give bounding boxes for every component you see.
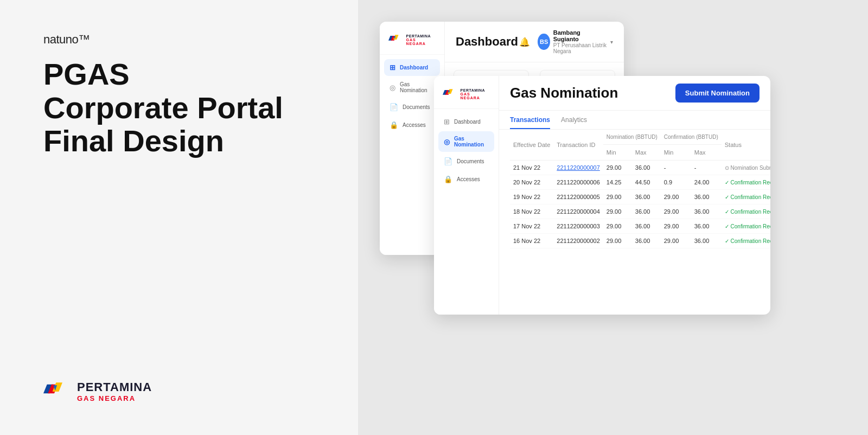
cell-nom-max-0: 36.00 xyxy=(632,161,661,175)
cell-id-4: 2211220000003 xyxy=(553,219,603,234)
nomination-tabs: Transactions Analytics xyxy=(499,111,770,130)
bottom-logo-area: PERTAMINA GAS NEGARA xyxy=(43,380,315,402)
cell-conf-min-1: 0.9 xyxy=(661,175,691,190)
main-heading: PGAS Corporate Portal Final Design xyxy=(43,57,315,158)
nom-accesses-icon: 🔒 xyxy=(444,175,452,183)
user-company: PT Perusahaan Listrik Negara xyxy=(553,42,607,54)
left-panel: natuno™ PGAS Corporate Portal Final Desi… xyxy=(0,0,358,435)
nom-sidebar-gas-nomination[interactable]: ◎ Gas Nomination xyxy=(438,131,494,152)
cell-date-4: 17 Nov 22 xyxy=(510,219,553,234)
cell-nom-min-3: 29.00 xyxy=(603,204,632,219)
table-row: 19 Nov 22221122000000529.0036.0029.0036.… xyxy=(510,190,770,204)
accesses-icon: 🔒 xyxy=(390,121,398,129)
col-confirmation-group: Confirmation (BBTUD) xyxy=(661,130,722,145)
cell-nom-min-2: 29.00 xyxy=(603,190,632,204)
right-panel: PERTAMINA GAS NEGARA ⊞ Dashboard ◎ Gas xyxy=(358,0,868,435)
user-avatar: BS xyxy=(538,34,550,50)
sidebar-item-accesses[interactable]: 🔒 Accesses xyxy=(384,117,440,133)
cell-status-1: ✓ Confirmation Received xyxy=(722,175,770,190)
status-badge-5: ✓ Confirmation Received xyxy=(725,238,770,244)
dashboard-icon: ⊞ xyxy=(390,63,395,72)
cell-date-2: 19 Nov 22 xyxy=(510,190,553,204)
cell-nom-min-4: 29.00 xyxy=(603,219,632,234)
sidebar-item-documents[interactable]: 📄 Documents xyxy=(384,99,440,116)
tab-transactions[interactable]: Transactions xyxy=(510,116,550,129)
table-row: 20 Nov 22221122000000614.2544.500.924.00… xyxy=(510,175,770,190)
sidebar-item-dashboard[interactable]: ⊞ Dashboard xyxy=(384,59,440,76)
cell-date-3: 18 Nov 22 xyxy=(510,204,553,219)
table-row: 16 Nov 22221122000000229.0036.0029.0036.… xyxy=(510,234,770,248)
cell-status-4: ✓ Confirmation Received xyxy=(722,219,770,234)
cell-id-0: 2211220000007 xyxy=(553,161,603,175)
transactions-table: Effective Date Transaction ID Nomination… xyxy=(510,130,770,248)
submit-nomination-button[interactable]: Submit Nomination xyxy=(675,84,760,103)
cell-conf-max-3: 36.00 xyxy=(691,204,722,219)
sidebar-pertamina-icon xyxy=(388,34,403,46)
dashboard-page-title: Dashboard xyxy=(456,35,518,49)
dashboard-header: Dashboard 🔔 BS Bambang Sugianto PT Perus… xyxy=(445,22,624,62)
cell-conf-min-2: 29.00 xyxy=(661,190,691,204)
pertamina-logo-icon xyxy=(43,381,71,402)
cell-nom-max-4: 36.00 xyxy=(632,219,661,234)
nom-sidebar-logo: PERTAMINA GAS NEGARA xyxy=(434,81,499,109)
gas-nomination-icon: ◎ xyxy=(390,84,395,92)
nom-sidebar-dashboard[interactable]: ⊞ Dashboard xyxy=(438,113,494,130)
col-transaction-id: Transaction ID xyxy=(553,130,603,161)
col-nomination-group: Nomination (BBTUD) xyxy=(603,130,661,145)
cell-date-1: 20 Nov 22 xyxy=(510,175,553,190)
sidebar-item-gas-nomination[interactable]: ◎ Gas Nomination xyxy=(384,77,440,98)
cell-conf-max-2: 36.00 xyxy=(691,190,722,204)
col-effective-date: Effective Date xyxy=(510,130,553,161)
cell-conf-min-4: 29.00 xyxy=(661,219,691,234)
nom-sidebar-pertamina-icon xyxy=(443,88,457,100)
nom-docs-icon: 📄 xyxy=(444,157,452,165)
status-badge-0: ⊙ Nomination Submitted xyxy=(725,165,770,171)
transaction-link-0[interactable]: 2211220000007 xyxy=(557,164,600,171)
user-name: Bambang Sugianto xyxy=(553,29,607,42)
chevron-down-icon: ▾ xyxy=(610,39,613,45)
cell-nom-max-1: 44.50 xyxy=(632,175,661,190)
nom-gas-icon: ◎ xyxy=(444,138,450,146)
pertamina-text: PERTAMINA GAS NEGARA xyxy=(77,380,152,402)
cell-conf-min-3: 29.00 xyxy=(661,204,691,219)
nomination-nav: ⊞ Dashboard ◎ Gas Nomination 📄 Documents xyxy=(434,113,499,188)
table-row: 17 Nov 22221122000000329.0036.0029.0036.… xyxy=(510,219,770,234)
tab-analytics[interactable]: Analytics xyxy=(561,116,587,129)
gas-nomination-page-title: Gas Nomination xyxy=(510,85,618,101)
cell-conf-max-1: 24.00 xyxy=(691,175,722,190)
cell-date-0: 21 Nov 22 xyxy=(510,161,553,175)
documents-icon: 📄 xyxy=(390,103,398,111)
col-nom-max: Max xyxy=(632,145,661,161)
cell-conf-min-0: - xyxy=(661,161,691,175)
status-badge-2: ✓ Confirmation Received xyxy=(725,194,770,200)
natuno-logo: natuno™ xyxy=(43,33,315,47)
col-status: Status xyxy=(722,130,770,161)
nom-sidebar-documents[interactable]: 📄 Documents xyxy=(438,153,494,170)
nom-dashboard-icon: ⊞ xyxy=(444,118,450,126)
nom-sidebar-accesses[interactable]: 🔒 Accesses xyxy=(438,171,494,188)
cell-status-2: ✓ Confirmation Received xyxy=(722,190,770,204)
col-nom-min: Min xyxy=(603,145,632,161)
cell-id-3: 2211220000004 xyxy=(553,204,603,219)
cell-date-5: 16 Nov 22 xyxy=(510,234,553,248)
cell-conf-min-5: 29.00 xyxy=(661,234,691,248)
cell-status-5: ✓ Confirmation Received xyxy=(722,234,770,248)
cell-status-0: ⊙ Nomination Submitted xyxy=(722,161,770,175)
cell-conf-max-0: - xyxy=(691,161,722,175)
nomination-window: PERTAMINA GAS NEGARA ⊞ Dashboard ◎ Gas xyxy=(434,76,770,315)
status-badge-4: ✓ Confirmation Received xyxy=(725,223,770,229)
cell-id-5: 2211220000002 xyxy=(553,234,603,248)
cell-nom-max-2: 36.00 xyxy=(632,190,661,204)
col-conf-max: Max xyxy=(691,145,722,161)
notification-bell-icon[interactable]: 🔔 xyxy=(518,33,532,50)
user-info: Bambang Sugianto PT Perusahaan Listrik N… xyxy=(553,29,607,54)
cell-nom-min-5: 29.00 xyxy=(603,234,632,248)
table-body: 21 Nov 22221122000000729.0036.00--⊙ Nomi… xyxy=(510,161,770,248)
cell-conf-max-4: 36.00 xyxy=(691,219,722,234)
cell-nom-min-1: 14.25 xyxy=(603,175,632,190)
cell-nom-max-5: 36.00 xyxy=(632,234,661,248)
cell-id-2: 2211220000005 xyxy=(553,190,603,204)
table-row: 18 Nov 22221122000000429.0036.0029.0036.… xyxy=(510,204,770,219)
cell-conf-max-5: 36.00 xyxy=(691,234,722,248)
cell-status-3: ✓ Confirmation Received xyxy=(722,204,770,219)
